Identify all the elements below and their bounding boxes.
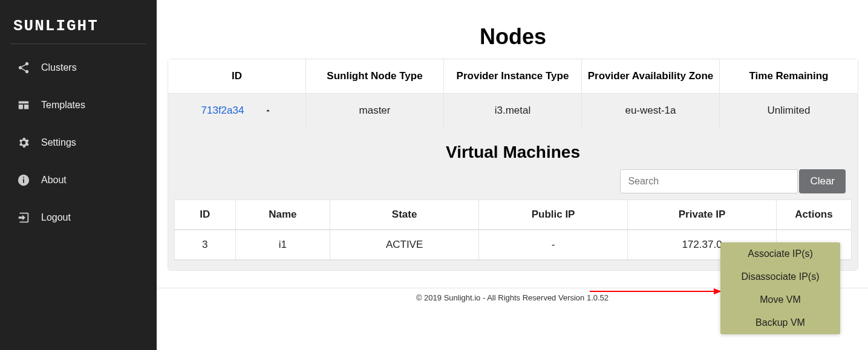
svg-rect-2 <box>23 177 24 178</box>
nodes-card: ID Sunlight Node Type Provider Instance … <box>168 59 858 271</box>
sidebar-nav: Clusters Templates Settings About Logout <box>11 49 146 236</box>
node-az-cell: eu-west-1a <box>582 94 720 128</box>
sidebar: SUNLIGHT Clusters Templates Settings Abo… <box>0 0 157 350</box>
nodes-col-id: ID <box>168 59 306 94</box>
vm-col-actions: Actions <box>777 200 851 230</box>
sidebar-item-logout[interactable]: Logout <box>11 199 146 236</box>
search-input[interactable] <box>620 169 798 193</box>
vm-name-cell: i1 <box>236 230 331 260</box>
page-title: Nodes <box>168 24 858 50</box>
chevron-up-icon[interactable] <box>264 106 272 118</box>
vm-state-cell: ACTIVE <box>330 230 479 260</box>
clear-button[interactable]: Clear <box>799 169 846 193</box>
node-row[interactable]: 713f2a34 master i3.metal eu-west-1a Unli… <box>168 94 858 128</box>
vm-title: Virtual Machines <box>174 143 852 162</box>
nodes-col-type: Sunlight Node Type <box>306 59 444 94</box>
nodes-table: ID Sunlight Node Type Provider Instance … <box>168 59 858 270</box>
action-disassociate-ip[interactable]: Disassociate IP(s) <box>720 265 840 288</box>
vm-col-privateip: Private IP <box>628 200 777 230</box>
sidebar-item-templates[interactable]: Templates <box>11 86 146 124</box>
nodes-col-az: Provider Availability Zone <box>582 59 720 94</box>
node-instance-cell: i3.metal <box>444 94 582 128</box>
action-backup-vm[interactable]: Backup VM <box>720 311 840 334</box>
sidebar-item-label: Settings <box>41 137 76 148</box>
node-type-cell: master <box>306 94 444 128</box>
logout-icon <box>17 211 30 224</box>
sidebar-item-label: Logout <box>41 212 71 223</box>
gear-icon <box>17 136 30 149</box>
vm-col-name: Name <box>236 200 331 230</box>
node-time-cell: Unlimited <box>720 94 858 128</box>
nodes-col-time: Time Remaining <box>720 59 858 94</box>
vm-id-cell: 3 <box>175 230 236 260</box>
node-id-link[interactable]: 713f2a34 <box>201 105 244 116</box>
info-icon <box>17 173 30 187</box>
svg-rect-1 <box>23 179 24 183</box>
sidebar-item-label: About <box>41 175 67 186</box>
sidebar-item-label: Templates <box>41 100 85 111</box>
action-associate-ip[interactable]: Associate IP(s) <box>720 242 840 265</box>
vm-publicip-cell: - <box>479 230 628 260</box>
brand-logo: SUNLIGHT <box>11 0 146 44</box>
actions-dropdown: Associate IP(s) Disassociate IP(s) Move … <box>720 242 840 334</box>
vm-col-state: State <box>330 200 479 230</box>
templates-icon <box>17 99 30 112</box>
sidebar-item-label: Clusters <box>41 62 77 73</box>
share-icon <box>17 61 30 74</box>
sidebar-item-about[interactable]: About <box>11 161 146 199</box>
sidebar-item-clusters[interactable]: Clusters <box>11 49 146 86</box>
nodes-col-instance: Provider Instance Type <box>444 59 582 94</box>
vm-col-id: ID <box>175 200 236 230</box>
sidebar-item-settings[interactable]: Settings <box>11 124 146 161</box>
action-move-vm[interactable]: Move VM <box>720 288 840 311</box>
vm-col-publicip: Public IP <box>479 200 628 230</box>
